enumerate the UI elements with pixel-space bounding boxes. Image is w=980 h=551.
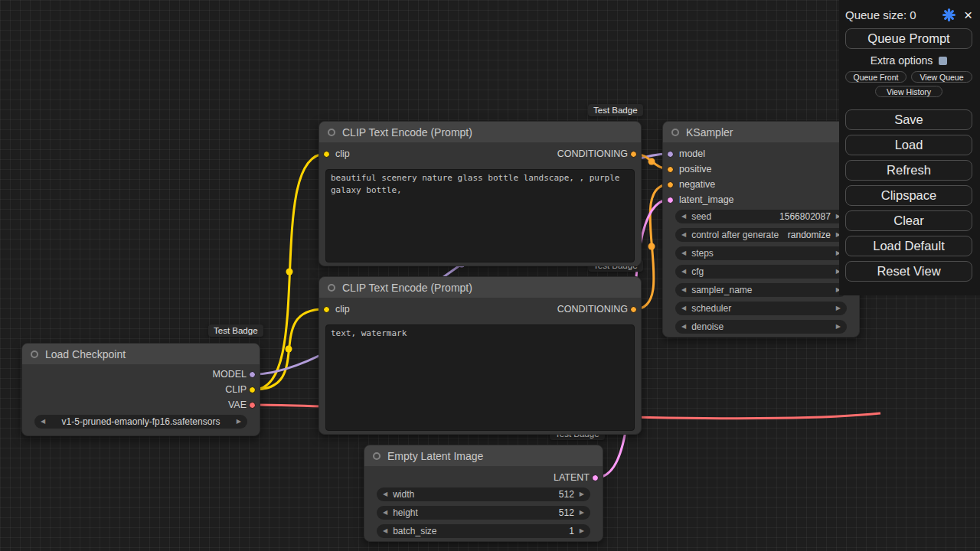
output-label-clip: CLIP — [225, 384, 247, 396]
decrement-icon[interactable]: ◀ — [681, 269, 686, 275]
node-load-checkpoint[interactable]: Load Checkpoint MODEL CLIP VAE ◀ v1-5-pr… — [21, 343, 260, 436]
input-label-positive: positive — [679, 164, 711, 175]
input-label-clip: clip — [335, 304, 350, 315]
save-button[interactable]: Save — [845, 109, 972, 130]
queue-size-label: Queue size: 0 — [845, 8, 916, 21]
input-label-clip: clip — [335, 148, 350, 160]
input-dot-latent-image[interactable] — [667, 197, 674, 204]
output-dot-latent[interactable] — [592, 474, 599, 481]
node-badge-clip-positive: Test Badge — [588, 104, 643, 116]
decrement-icon[interactable]: ◀ — [681, 232, 686, 238]
collapse-dot-icon[interactable] — [671, 129, 679, 136]
load-default-button[interactable]: Load Default — [845, 236, 972, 256]
close-icon[interactable]: × — [964, 8, 972, 22]
node-title: Empty Latent Image — [387, 450, 483, 462]
width-widget[interactable]: ◀ width 512 ▶ — [377, 487, 590, 501]
collapse-dot-icon[interactable] — [328, 129, 335, 136]
view-history-button[interactable]: View History — [875, 86, 942, 97]
prompt-textarea[interactable]: text, watermark — [325, 324, 635, 431]
queue-front-button[interactable]: Queue Front — [845, 71, 906, 83]
extra-options-checkbox[interactable] — [939, 57, 947, 65]
node-titlebar[interactable]: CLIP Text Encode (Prompt) — [319, 277, 641, 298]
prompt-textarea[interactable]: beautiful scenery nature glass bottle la… — [325, 169, 635, 262]
output-dot-conditioning[interactable] — [630, 306, 637, 313]
batch-size-widget[interactable]: ◀ batch_size 1 ▶ — [377, 524, 590, 538]
decrement-icon[interactable]: ◀ — [681, 287, 686, 293]
decrement-icon[interactable]: ◀ — [681, 250, 686, 256]
decrement-icon[interactable]: ◀ — [41, 419, 45, 425]
output-label-conditioning: CONDITIONING — [557, 148, 628, 160]
increment-icon[interactable]: ▶ — [580, 491, 584, 497]
input-label-negative: negative — [679, 179, 715, 191]
output-dot-model[interactable] — [249, 371, 256, 378]
settings-gear-icon[interactable] — [942, 8, 956, 21]
comfy-menu: Queue size: 0 × Queue Prompt Extra optio… — [839, 0, 980, 295]
increment-icon[interactable]: ▶ — [836, 305, 841, 311]
node-clip-text-encode-positive[interactable]: CLIP Text Encode (Prompt) clip CONDITION… — [318, 121, 642, 266]
output-label-latent: LATENT — [554, 472, 590, 484]
load-button[interactable]: Load — [845, 135, 972, 155]
node-title: CLIP Text Encode (Prompt) — [342, 282, 472, 294]
collapse-dot-icon[interactable] — [373, 452, 381, 460]
decrement-icon[interactable]: ◀ — [383, 491, 387, 497]
node-canvas[interactable]: Test Badge Test Badge Test Badge Test Ba… — [0, 0, 980, 551]
seed-widget[interactable]: ◀ seed 1566802087 ▶ — [675, 210, 847, 223]
steps-widget[interactable]: ◀ steps ▶ — [675, 246, 847, 260]
decrement-icon[interactable]: ◀ — [383, 510, 387, 516]
input-dot-clip[interactable] — [323, 306, 330, 313]
node-empty-latent-image[interactable]: Empty Latent Image LATENT ◀ width 512 ▶ … — [364, 445, 603, 542]
refresh-button[interactable]: Refresh — [845, 160, 972, 181]
node-title: Load Checkpoint — [45, 348, 126, 360]
node-title: KSampler — [686, 126, 733, 139]
node-title: CLIP Text Encode (Prompt) — [342, 126, 472, 139]
node-ksampler[interactable]: KSampler model positive negative latent_… — [662, 121, 860, 337]
cfg-widget[interactable]: ◀ cfg ▶ — [675, 265, 847, 279]
clipspace-button[interactable]: Clipspace — [845, 185, 972, 206]
node-clip-text-encode-negative[interactable]: CLIP Text Encode (Prompt) clip CONDITION… — [318, 276, 642, 435]
collapse-dot-icon[interactable] — [328, 284, 335, 292]
scheduler-widget[interactable]: ◀ scheduler ▶ — [675, 302, 847, 315]
view-queue-button[interactable]: View Queue — [911, 71, 972, 83]
control-after-generate-widget[interactable]: ◀ control after generate randomize ▶ — [675, 228, 847, 242]
collapse-dot-icon[interactable] — [31, 350, 38, 358]
increment-icon[interactable]: ▶ — [836, 324, 841, 330]
sampler-name-widget[interactable]: ◀ sampler_name ▶ — [675, 283, 847, 297]
input-dot-positive[interactable] — [667, 166, 674, 173]
ckpt-name-widget[interactable]: ◀ v1-5-pruned-emaonly-fp16.safetensors ▶ — [34, 415, 247, 429]
increment-icon[interactable]: ▶ — [237, 419, 241, 425]
ckpt-name-value: v1-5-pruned-emaonly-fp16.safetensors — [62, 416, 220, 427]
increment-icon[interactable]: ▶ — [580, 528, 584, 534]
node-titlebar[interactable]: Load Checkpoint — [22, 344, 260, 364]
node-badge-load-checkpoint: Test Badge — [208, 324, 263, 337]
increment-icon[interactable]: ▶ — [580, 510, 584, 516]
output-label-conditioning: CONDITIONING — [557, 304, 628, 315]
output-dot-vae[interactable] — [249, 402, 256, 409]
queue-prompt-button[interactable]: Queue Prompt — [845, 28, 972, 49]
decrement-icon[interactable]: ◀ — [681, 214, 686, 220]
output-label-vae: VAE — [228, 399, 247, 411]
output-label-model: MODEL — [213, 369, 247, 380]
output-dot-conditioning[interactable] — [630, 151, 637, 158]
node-titlebar[interactable]: Empty Latent Image — [364, 445, 603, 466]
input-dot-negative[interactable] — [667, 181, 674, 188]
extra-options-label: Extra options — [871, 54, 933, 67]
input-label-latent-image: latent_image — [679, 194, 734, 206]
denoise-widget[interactable]: ◀ denoise ▶ — [675, 320, 847, 334]
reset-view-button[interactable]: Reset View — [845, 261, 972, 282]
node-titlebar[interactable]: CLIP Text Encode (Prompt) — [319, 122, 641, 142]
node-titlebar[interactable]: KSampler — [663, 122, 859, 142]
decrement-icon[interactable]: ◀ — [383, 528, 387, 534]
output-dot-clip[interactable] — [249, 386, 256, 393]
decrement-icon[interactable]: ◀ — [681, 324, 686, 330]
clear-button[interactable]: Clear — [845, 210, 972, 231]
decrement-icon[interactable]: ◀ — [681, 305, 686, 311]
input-label-model: model — [679, 148, 705, 160]
height-widget[interactable]: ◀ height 512 ▶ — [377, 506, 590, 520]
input-dot-clip[interactable] — [323, 151, 330, 158]
input-dot-model[interactable] — [667, 151, 674, 158]
